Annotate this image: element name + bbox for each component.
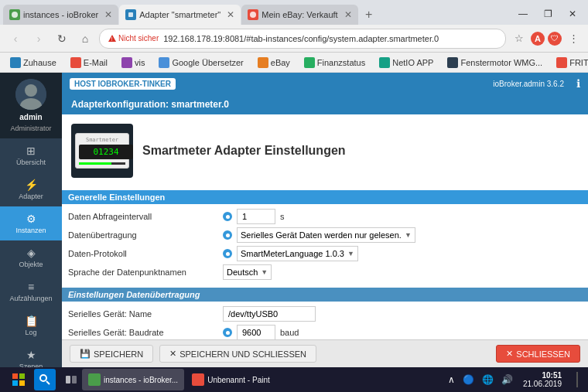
bookmark-google[interactable]: Google Übersetzer — [155, 56, 247, 70]
bookmark-label-fenster: Fenstermotor WMG... — [460, 58, 542, 67]
sidebar-item-instanzen[interactable]: ⚙ Instanzen — [0, 206, 62, 240]
sidebar-item-label-log: Log — [25, 329, 36, 336]
baud-input[interactable] — [237, 325, 275, 339]
bookmark-netio[interactable]: NetIO APP — [375, 56, 437, 70]
tab-favicon-3 — [248, 9, 258, 20]
bookmark-fenster[interactable]: Fenstermotor WMG... — [443, 56, 546, 70]
back-button[interactable]: ‹ — [6, 29, 25, 48]
tab-close-1[interactable]: ✕ — [104, 9, 112, 20]
tray-speaker[interactable]: 🔊 — [499, 374, 515, 385]
datenueber-select[interactable]: Serielles Gerät Daten werden nur gelesen… — [237, 227, 415, 243]
new-tab-button[interactable]: + — [359, 5, 379, 25]
tab-title-2: Adapter "smartmeter" — [139, 10, 220, 19]
bookmark-zuhause[interactable]: Zuhause — [6, 56, 60, 70]
tray-network[interactable]: 🌐 — [480, 374, 496, 385]
tab-title-3: Mein eBay: Verkauft — [262, 10, 337, 19]
taskbar-task-view[interactable] — [60, 369, 82, 390]
start-button[interactable] — [3, 367, 34, 392]
avatar — [15, 79, 46, 110]
star-icon[interactable]: ☆ — [511, 30, 528, 47]
show-desktop[interactable] — [566, 367, 585, 392]
smartmeter-logo: Smartmeter 01234 — [75, 133, 129, 169]
close-window-button[interactable]: ✕ — [560, 4, 585, 24]
svg-point-0 — [12, 12, 18, 18]
bookmark-icon-google — [159, 57, 169, 68]
bookmark-vis[interactable]: vis — [118, 56, 149, 70]
taskbar-item-instances[interactable]: instances - ioBroker... — [82, 369, 184, 390]
svg-text:!: ! — [111, 36, 113, 42]
close-button[interactable]: ✕ SCHLIESSEN — [496, 345, 580, 363]
serial-transfer-header: Einstellungen Datenübertragung — [62, 288, 588, 302]
sprache-select[interactable]: Deutsch ▼ — [223, 264, 272, 280]
sprache-label: Sprache der Datenpunktnamen — [68, 268, 223, 277]
objekte-icon: ◈ — [27, 247, 36, 259]
reload-button[interactable]: ↻ — [53, 29, 71, 48]
protokoll-arrow: ▼ — [347, 250, 354, 257]
protokoll-label: Daten-Protokoll — [68, 249, 223, 258]
protokoll-select-text: SmartMeterLanguage 1.0.3 — [241, 249, 344, 258]
minimize-button[interactable]: — — [511, 4, 535, 24]
sidebar-item-szenen[interactable]: ★ Szenen — [0, 343, 62, 367]
bookmark-icon-email — [70, 57, 81, 68]
clock-time: 10:51 — [523, 371, 562, 380]
abfrage-radio[interactable] — [223, 212, 232, 221]
forward-button[interactable]: › — [29, 29, 48, 48]
baud-label: Serielles Gerät: Baudrate — [68, 328, 223, 337]
tab-close-2[interactable]: ✕ — [227, 9, 234, 20]
protokoll-radio[interactable] — [223, 249, 232, 258]
bookmark-fritz[interactable]: FRITZ!BoxL&M — [552, 56, 588, 70]
info-icon[interactable]: ℹ — [576, 77, 580, 90]
taskbar-item-paint[interactable]: Unbenannt - Paint — [186, 369, 276, 390]
bookmark-icon-zuhause — [10, 57, 21, 68]
tab-close-3[interactable]: ✕ — [344, 9, 352, 20]
datenueber-radio[interactable] — [223, 230, 232, 240]
config-header: Adapterkonfiguration: smartmeter.0 — [62, 94, 588, 114]
protokoll-select[interactable]: SmartMeterLanguage 1.0.3 ▼ — [237, 246, 358, 261]
taskbar-icons — [34, 369, 82, 390]
close-icon: ✕ — [506, 349, 513, 359]
setting-row-serial-name: Serielles Gerät: Name — [68, 305, 582, 323]
svg-line-12 — [46, 381, 50, 384]
tray-bluetooth[interactable]: 🔵 — [460, 374, 477, 385]
save-close-button[interactable]: ✕ SPEICHERN UND SCHLIESSEN — [159, 345, 316, 363]
menu-icon[interactable]: ⋮ — [565, 30, 582, 47]
setting-row-abfrage: Daten Abfrageintervall s — [68, 207, 582, 226]
tray-up-arrow[interactable]: ∧ — [446, 374, 457, 385]
bookmark-finanz[interactable]: Finanzstatus — [300, 56, 369, 70]
serial-name-label: Serielles Gerät: Name — [68, 309, 223, 319]
svg-rect-14 — [72, 376, 77, 383]
bookmark-email[interactable]: E-Mail — [67, 56, 111, 70]
tab-title-1: instances - ioBroker — [23, 10, 98, 19]
sidebar-item-adapter[interactable]: ⚡ Adapter — [0, 172, 62, 206]
svg-rect-8 — [19, 373, 25, 379]
bookmark-label-netio: NetIO APP — [392, 58, 433, 67]
baud-radio[interactable] — [223, 328, 232, 337]
sidebar-item-objekte[interactable]: ◈ Objekte — [0, 240, 62, 274]
adblock-icon[interactable]: A — [531, 32, 545, 46]
sidebar-item-log[interactable]: 📋 Log — [0, 308, 62, 343]
sidebar-item-aufzaehlungen[interactable]: ≡ Aufzählungen — [0, 274, 62, 308]
tab-2[interactable]: Adapter "smartmeter" ✕ — [119, 5, 241, 25]
home-button[interactable]: ⌂ — [76, 29, 94, 48]
save-button[interactable]: 💾 SPEICHERN — [70, 345, 153, 363]
maximize-button[interactable]: ❐ — [535, 4, 560, 24]
sidebar-item-uebersicht[interactable]: ⊞ Übersicht — [0, 138, 62, 172]
security-icon[interactable]: 🛡 — [548, 32, 562, 46]
svg-rect-9 — [12, 380, 18, 386]
clock[interactable]: 10:51 21.06.2019 — [518, 371, 566, 388]
tab-3[interactable]: Mein eBay: Verkauft ✕ — [241, 5, 357, 25]
serial-name-input[interactable] — [223, 306, 316, 322]
abfrage-input[interactable] — [237, 209, 275, 224]
aufzaehlungen-icon: ≡ — [28, 281, 34, 293]
tab-1[interactable]: instances - ioBroker ✕ — [3, 5, 118, 25]
protokoll-value: SmartMeterLanguage 1.0.3 ▼ — [223, 246, 582, 261]
uebersicht-icon: ⊞ — [26, 145, 36, 157]
sprache-arrow: ▼ — [261, 268, 268, 276]
taskbar-search[interactable] — [34, 369, 56, 390]
address-input[interactable]: ! Nicht sicher 192.168.178.19:8081/#tab-… — [99, 29, 506, 49]
settings-grid: Daten Abfrageintervall s Datenübertragun… — [62, 204, 588, 285]
bookmark-ebay[interactable]: eBay — [254, 56, 294, 70]
sidebar-username: admin — [19, 113, 42, 121]
log-icon: 📋 — [25, 315, 38, 327]
bookmark-label-email: E-Mail — [84, 58, 108, 67]
